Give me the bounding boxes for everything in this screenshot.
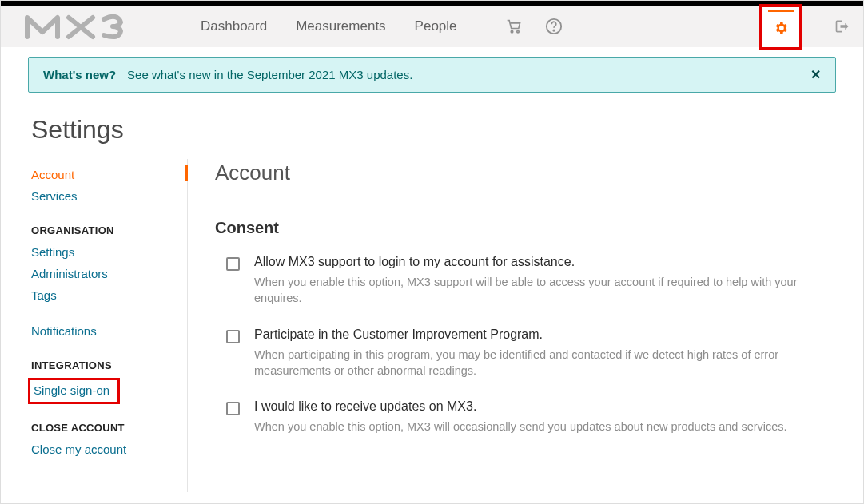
nav-people[interactable]: People xyxy=(415,18,457,34)
sidebar-item-services[interactable]: Services xyxy=(31,185,187,207)
gear-icon xyxy=(773,20,789,39)
close-icon[interactable]: ✕ xyxy=(810,67,821,82)
consent-item: I would like to receive updates on MX3. … xyxy=(215,399,831,435)
sidebar-header-integrations: INTEGRATIONS xyxy=(31,359,187,371)
sso-highlight-box: Single sign-on xyxy=(28,378,120,404)
svg-point-3 xyxy=(553,30,554,30)
svg-point-1 xyxy=(516,30,519,32)
checkbox-updates[interactable] xyxy=(226,402,240,415)
sidebar-item-tags[interactable]: Tags xyxy=(31,284,187,306)
accent-line xyxy=(768,10,794,12)
sidebar-item-administrators[interactable]: Administrators xyxy=(31,263,187,284)
consent-desc: When participating in this program, you … xyxy=(254,347,831,379)
top-navbar: Dashboard Measurements People xyxy=(1,6,863,47)
page-title: Settings xyxy=(1,93,863,159)
active-indicator xyxy=(185,165,188,181)
settings-button-highlighted[interactable] xyxy=(759,4,802,50)
checkbox-support-login[interactable] xyxy=(226,257,240,271)
consent-label: Participate in the Customer Improvement … xyxy=(254,327,831,342)
consent-header: Consent xyxy=(215,219,831,237)
main-nav: Dashboard Measurements People xyxy=(201,18,457,34)
consent-item: Participate in the Customer Improvement … xyxy=(215,327,831,379)
consent-item: Allow MX3 support to login to my account… xyxy=(215,255,831,307)
consent-label: I would like to receive updates on MX3. xyxy=(254,399,831,414)
sidebar-item-settings[interactable]: Settings xyxy=(31,241,187,263)
consent-label: Allow MX3 support to login to my account… xyxy=(254,255,831,269)
consent-desc: When you enable this option, MX3 will oc… xyxy=(254,419,831,435)
checkbox-improvement-program[interactable] xyxy=(226,330,240,343)
whats-new-banner: What's new? See what's new in the Septem… xyxy=(28,57,836,93)
section-title: Account xyxy=(215,161,831,185)
nav-dashboard[interactable]: Dashboard xyxy=(201,18,267,34)
notice-bold: What's new? xyxy=(43,68,116,81)
cart-icon[interactable] xyxy=(505,18,523,34)
topbar-icons xyxy=(505,18,563,35)
nav-measurements[interactable]: Measurements xyxy=(296,18,385,34)
svg-point-0 xyxy=(511,30,513,32)
settings-sidebar: Account Services ORGANISATION Settings A… xyxy=(31,159,188,492)
logo xyxy=(25,13,161,40)
help-icon[interactable] xyxy=(545,18,563,35)
logout-icon[interactable] xyxy=(834,18,850,34)
main-panel: Account Consent Allow MX3 support to log… xyxy=(188,159,839,492)
sidebar-item-account[interactable]: Account xyxy=(31,164,187,185)
sidebar-header-close-account: CLOSE ACCOUNT xyxy=(31,422,187,434)
sidebar-item-sso[interactable]: Single sign-on xyxy=(34,382,109,399)
consent-desc: When you enable this option, MX3 support… xyxy=(254,274,831,307)
sidebar-header-organisation: ORGANISATION xyxy=(31,224,187,236)
sidebar-item-label: Account xyxy=(31,168,74,181)
notice-text: See what's new in the September 2021 MX3… xyxy=(127,68,412,81)
sidebar-item-close-account[interactable]: Close my account xyxy=(31,439,187,460)
sidebar-item-notifications[interactable]: Notifications xyxy=(31,320,187,342)
